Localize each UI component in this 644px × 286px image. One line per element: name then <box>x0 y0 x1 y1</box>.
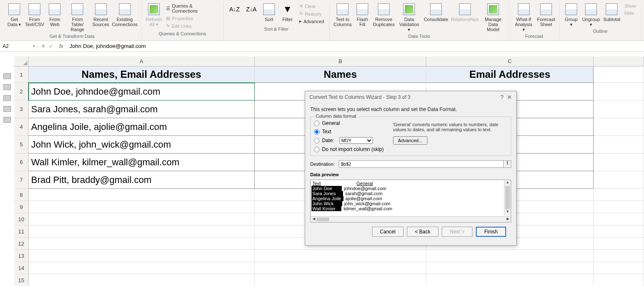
edit-links-button[interactable]: ✎Edit Links <box>164 22 220 29</box>
cell[interactable] <box>29 189 255 201</box>
column-header[interactable] <box>594 56 644 66</box>
get-data-button[interactable]: GetData ▾ <box>5 2 24 28</box>
cell[interactable] <box>594 274 644 286</box>
cancel-icon[interactable]: ✕ <box>41 43 45 49</box>
cell[interactable] <box>29 238 255 250</box>
formula-value[interactable]: John Doe, johndoe@gmail.com <box>66 42 644 50</box>
cell[interactable] <box>594 101 644 118</box>
cell[interactable] <box>29 274 255 286</box>
consolidate-button[interactable]: Consolidate <box>422 2 450 23</box>
row-header[interactable]: 11 <box>14 225 29 238</box>
radio-text-label[interactable]: Text <box>322 129 331 135</box>
recent-sources-button[interactable]: RecentSources <box>91 2 111 28</box>
range-picker-icon[interactable]: ↥ <box>503 161 511 167</box>
sort-button[interactable]: Sort <box>260 2 278 23</box>
rail-icon[interactable] <box>3 73 11 79</box>
subtotal-button[interactable]: Subtotal <box>602 2 622 23</box>
cell[interactable] <box>255 250 426 262</box>
data-cell[interactable]: Wall Kimler, kilmer_wall@gmail.com <box>29 154 255 171</box>
cell[interactable] <box>29 225 255 238</box>
data-validation-button[interactable]: DataValidation ▾ <box>396 2 422 33</box>
cell[interactable] <box>594 83 644 101</box>
data-cell[interactable]: John Doe, johndoe@gmail.com <box>29 83 255 101</box>
fx-icon[interactable]: fx <box>56 43 66 49</box>
forecast-sheet-button[interactable]: ForecastSheet <box>536 2 557 28</box>
radio-skip-label[interactable]: Do not import column (skip) <box>322 146 384 152</box>
from-table-button[interactable]: From Table/Range <box>64 2 91 33</box>
data-cell[interactable]: Brad Pitt, braddy@gmail.com <box>29 171 255 189</box>
data-cell[interactable]: Angelina Joile, ajolie@gmail.com <box>29 118 255 136</box>
data-cell[interactable]: John Wick, john_wick@gmail.com <box>29 136 255 154</box>
back-button[interactable]: < Back <box>407 227 438 237</box>
row-header[interactable]: 1 <box>14 66 29 83</box>
row-header[interactable]: 10 <box>14 213 29 225</box>
cell[interactable] <box>29 250 255 262</box>
cell[interactable] <box>594 213 644 225</box>
row-header[interactable]: 3 <box>14 101 29 118</box>
radio-date-label[interactable]: Date: <box>322 138 334 143</box>
chevron-down-icon[interactable]: ▾ <box>33 44 35 48</box>
preview-vscroll[interactable]: ▲▼ <box>504 180 511 215</box>
cell[interactable] <box>594 225 644 238</box>
cell[interactable] <box>594 171 644 189</box>
advanced-button[interactable]: Advanced... <box>393 136 428 145</box>
radio-date[interactable] <box>314 138 319 143</box>
cell[interactable] <box>594 262 644 274</box>
text-to-columns-button[interactable]: Text toColumns <box>332 2 353 28</box>
dialog-titlebar[interactable]: Convert Text to Columns Wizard - Step 3 … <box>305 91 516 103</box>
cell[interactable] <box>255 262 426 274</box>
existing-connections-button[interactable]: ExistingConnections <box>111 2 139 28</box>
show-detail-button[interactable]: Show <box>623 3 638 9</box>
reapply-button[interactable]: ↻Reapply <box>298 10 326 17</box>
data-cell[interactable]: Sara Jones, sarah@gmail.com <box>29 101 255 118</box>
destination-input[interactable] <box>339 161 503 167</box>
enter-icon[interactable]: ✓ <box>49 43 53 49</box>
header-cell[interactable]: Email Addresses <box>426 66 594 83</box>
row-header[interactable]: 6 <box>14 154 29 171</box>
rail-icon[interactable] <box>3 106 11 112</box>
from-web-button[interactable]: FromWeb <box>45 2 64 28</box>
cell[interactable] <box>594 250 644 262</box>
close-icon[interactable]: ✕ <box>507 94 512 101</box>
advanced-button[interactable]: ▸Advanced <box>298 18 326 25</box>
manage-data-model-button[interactable]: ManageData Model <box>480 2 507 33</box>
name-box[interactable]: A2▾ <box>0 42 38 50</box>
cell[interactable] <box>255 274 426 286</box>
select-all-corner[interactable] <box>14 56 29 66</box>
cell[interactable] <box>29 201 255 213</box>
properties-button[interactable]: ▤Properties <box>164 15 220 22</box>
column-header[interactable]: C <box>426 56 594 66</box>
row-header[interactable]: 15 <box>14 274 29 286</box>
next-button[interactable]: Next > <box>442 227 472 237</box>
row-header[interactable]: 8 <box>14 189 29 201</box>
header-cell[interactable]: Names, Email Addresses <box>29 66 255 83</box>
row-header[interactable]: 5 <box>14 136 29 154</box>
date-format-select[interactable]: MDY <box>339 137 373 144</box>
sort-az-button[interactable]: A↓Z <box>226 2 243 17</box>
flash-fill-button[interactable]: FlashFill <box>353 2 372 28</box>
from-textcsv-button[interactable]: FromText/CSV <box>24 2 45 28</box>
finish-button[interactable]: Finish <box>476 227 506 237</box>
filter-button[interactable]: ▼Filter <box>278 2 297 23</box>
cell[interactable] <box>594 66 644 83</box>
cell[interactable] <box>594 238 644 250</box>
cell[interactable] <box>594 154 644 171</box>
refresh-all-button[interactable]: RefreshAll ▾ <box>144 2 164 28</box>
rail-icon[interactable] <box>3 84 11 90</box>
hide-detail-button[interactable]: Hide <box>623 10 638 16</box>
cell[interactable] <box>29 213 255 225</box>
row-header[interactable]: 2 <box>14 83 29 101</box>
rail-icon[interactable] <box>3 117 11 123</box>
cell[interactable] <box>29 262 255 274</box>
cell[interactable] <box>594 118 644 136</box>
cell[interactable] <box>594 189 644 201</box>
group-button[interactable]: Group▾ <box>562 2 581 28</box>
radio-general-label[interactable]: General <box>322 120 340 126</box>
sort-za-button[interactable]: Z↓A <box>243 2 260 17</box>
row-header[interactable]: 12 <box>14 238 29 250</box>
radio-text[interactable] <box>314 129 319 135</box>
cell[interactable] <box>594 201 644 213</box>
row-header[interactable]: 13 <box>14 250 29 262</box>
row-header[interactable]: 7 <box>14 171 29 189</box>
radio-skip[interactable] <box>314 147 319 152</box>
